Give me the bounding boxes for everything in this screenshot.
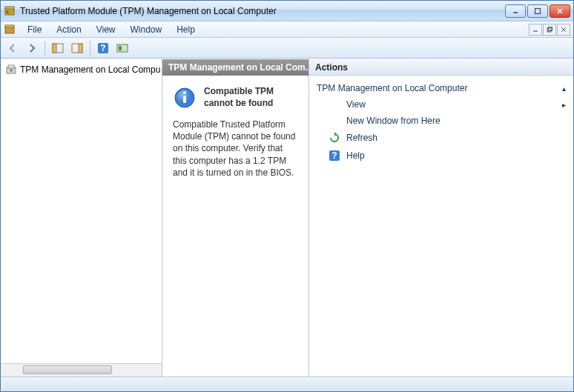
svg-text:?: ? [100, 43, 105, 53]
tpm-icon [5, 64, 17, 76]
menubar: File Action View Window Help [1, 21, 573, 38]
svg-rect-4 [535, 8, 541, 13]
svg-text:?: ? [331, 150, 337, 161]
alert-body: Compatible Trusted Platform Module (TPM)… [173, 119, 298, 179]
refresh-icon [329, 132, 340, 144]
statusbar [1, 376, 573, 391]
tree-body: TPM Management on Local Computer [1, 59, 162, 363]
action-view-label: View [346, 99, 366, 110]
submenu-arrow-icon: ▸ [562, 101, 566, 109]
result-pane: TPM Management on Local Com... Compatibl… [162, 59, 309, 376]
mdi-restore-button[interactable] [543, 24, 556, 36]
action-help[interactable]: ? Help [312, 147, 570, 165]
tpm-toolbar-button[interactable] [113, 40, 131, 56]
maximize-button[interactable] [527, 4, 548, 18]
mdi-close-button[interactable] [557, 24, 570, 36]
menu-action[interactable]: Action [49, 23, 88, 36]
window-controls [505, 4, 570, 18]
menu-file[interactable]: File [20, 23, 49, 36]
action-refresh-label: Refresh [346, 133, 377, 143]
svg-point-24 [10, 69, 13, 72]
svg-rect-15 [53, 44, 56, 53]
menu-window[interactable]: Window [123, 23, 170, 36]
result-pane-header: TPM Management on Local Com... [162, 59, 309, 76]
svg-point-2 [7, 10, 9, 13]
action-refresh[interactable]: Refresh [312, 129, 570, 147]
window-title: Trusted Platform Module (TPM) Management… [20, 6, 505, 16]
actions-body: TPM Management on Local Computer ▴ View … [309, 76, 573, 169]
document-icon [4, 24, 16, 36]
help-icon: ? [329, 150, 340, 162]
result-pane-body: Compatible TPM cannot be found Compatibl… [162, 76, 309, 189]
svg-rect-17 [79, 44, 82, 53]
show-hide-tree-button[interactable] [49, 40, 67, 56]
app-icon [4, 5, 16, 17]
toolbar-separator [90, 41, 90, 56]
svg-point-27 [183, 91, 186, 94]
back-button[interactable] [4, 40, 22, 56]
minimize-button[interactable] [505, 4, 526, 18]
info-row: Compatible TPM cannot be found [173, 86, 298, 110]
collapse-arrow-icon: ▴ [562, 84, 566, 93]
action-group-label: TPM Management on Local Computer [317, 83, 467, 93]
info-icon [173, 86, 197, 110]
horizontal-scrollbar[interactable] [1, 363, 162, 376]
svg-rect-8 [5, 25, 14, 27]
tree-pane: TPM Management on Local Computer [1, 59, 162, 376]
show-hide-actions-button[interactable] [68, 40, 86, 56]
actions-pane: Actions TPM Management on Local Computer… [309, 59, 573, 376]
scrollbar-thumb[interactable] [23, 365, 112, 374]
action-view[interactable]: View ▸ [312, 96, 570, 113]
toolbar-separator [44, 41, 45, 56]
svg-rect-28 [183, 96, 186, 103]
alert-title: Compatible TPM cannot be found [204, 86, 298, 109]
svg-rect-23 [8, 65, 14, 68]
menu-view[interactable]: View [89, 23, 123, 36]
tree-root-item[interactable]: TPM Management on Local Computer [2, 62, 160, 77]
action-group-title[interactable]: TPM Management on Local Computer ▴ [312, 80, 570, 96]
toolbar: ? [1, 38, 573, 59]
tree-root-label: TPM Management on Local Computer [20, 64, 160, 75]
svg-rect-1 [5, 7, 14, 9]
help-button[interactable]: ? [94, 40, 112, 56]
content-area: TPM Management on Local Computer TPM Man… [1, 59, 573, 376]
titlebar: Trusted Platform Module (TPM) Management… [1, 1, 573, 21]
svg-rect-10 [547, 28, 551, 32]
action-new-window-label: New Window from Here [346, 116, 441, 126]
actions-header: Actions [309, 59, 573, 76]
svg-rect-21 [119, 46, 122, 50]
mdi-controls [529, 24, 570, 36]
action-help-label: Help [346, 150, 365, 161]
svg-rect-11 [549, 27, 552, 30]
mdi-minimize-button[interactable] [529, 24, 542, 36]
menu-help[interactable]: Help [169, 23, 202, 36]
mmc-window: Trusted Platform Module (TPM) Management… [0, 0, 574, 392]
action-new-window[interactable]: New Window from Here [312, 113, 570, 129]
forward-button[interactable] [23, 40, 41, 56]
close-button[interactable] [550, 4, 570, 18]
